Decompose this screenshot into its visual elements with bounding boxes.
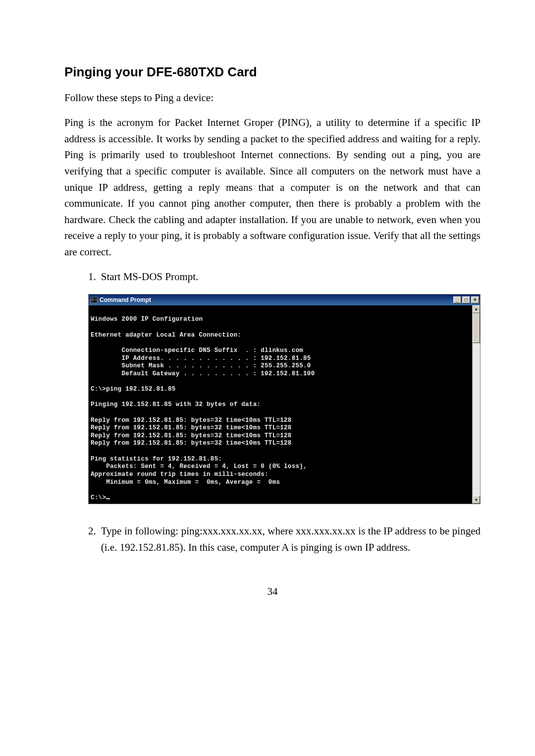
maximize-button[interactable]: □: [462, 296, 470, 303]
scroll-thumb[interactable]: [473, 313, 480, 343]
scroll-down-button[interactable]: ▼: [473, 496, 480, 504]
window-buttons: _ □ ×: [453, 296, 479, 303]
command-prompt-window: C:\ Command Prompt _ □ × Windows 2000 IP…: [88, 294, 481, 505]
scroll-track[interactable]: [473, 343, 480, 496]
scroll-up-button[interactable]: ▲: [473, 305, 480, 313]
section-heading: Pinging your DFE-680TXD Card: [64, 64, 481, 80]
body-paragraph: Ping is the acronym for Packet Internet …: [64, 115, 481, 260]
terminal-output: Windows 2000 IP Configuration Ethernet a…: [89, 305, 472, 504]
step-1: 1. Start MS-DOS Prompt.: [88, 269, 481, 285]
step-number: 1.: [88, 269, 96, 285]
terminal-screenshot: C:\ Command Prompt _ □ × Windows 2000 IP…: [88, 294, 481, 505]
step-2: 2. Type in following: ping:xxx.xxx.xx.xx…: [88, 523, 481, 555]
page-number: 34: [64, 585, 481, 598]
intro-text: Follow these steps to Ping a device:: [64, 91, 481, 105]
step-text: Start MS-DOS Prompt.: [101, 269, 481, 285]
scrollbar[interactable]: ▲ ▼: [472, 305, 480, 504]
window-title: Command Prompt: [100, 296, 151, 303]
titlebar-left: C:\ Command Prompt: [91, 296, 151, 303]
cmd-icon: C:\: [91, 297, 98, 303]
step-number: 2.: [88, 523, 96, 555]
close-button[interactable]: ×: [471, 296, 479, 303]
window-titlebar: C:\ Command Prompt _ □ ×: [89, 294, 480, 305]
step-text: Type in following: ping:xxx.xxx.xx.xx, w…: [101, 523, 481, 555]
minimize-button[interactable]: _: [453, 296, 461, 303]
